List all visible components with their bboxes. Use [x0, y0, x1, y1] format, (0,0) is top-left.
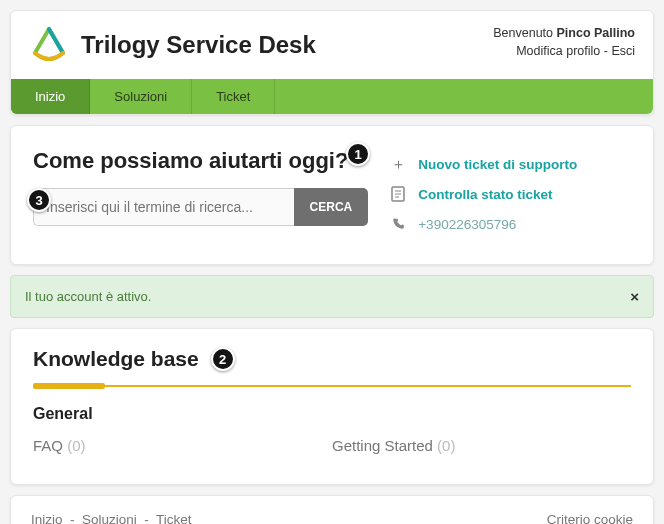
brand: Trilogy Service Desk: [29, 25, 316, 65]
nav-tickets[interactable]: Ticket: [192, 79, 275, 114]
kb-cat-label: Getting Started: [332, 437, 433, 454]
logo-icon: [29, 25, 69, 65]
brand-title: Trilogy Service Desk: [81, 31, 316, 59]
kb-divider: [33, 385, 631, 387]
footer-tickets-link[interactable]: Ticket: [156, 512, 192, 524]
document-icon: [388, 184, 408, 204]
footer-cookie-link[interactable]: Criterio cookie: [547, 512, 633, 524]
user-name: Pinco Pallino: [557, 26, 636, 40]
close-icon[interactable]: ×: [630, 288, 639, 305]
main-panel: Come possiamo aiutarti oggi? CERCA 1 3 ＋…: [10, 125, 654, 265]
status-banner: Il tuo account è attivo. ×: [10, 275, 654, 318]
phone-link[interactable]: +390226305796: [418, 217, 516, 232]
callout-2: 2: [211, 347, 235, 371]
kb-cat-count: (0): [67, 437, 85, 454]
header: Trilogy Service Desk Benvenuto Pinco Pal…: [10, 10, 654, 115]
phone-icon: [388, 214, 408, 234]
welcome-label: Benvenuto: [493, 26, 553, 40]
status-message: Il tuo account è attivo.: [25, 289, 151, 304]
edit-profile-link[interactable]: Modifica profilo: [516, 44, 600, 58]
footer-home-link[interactable]: Inizio: [31, 512, 63, 524]
check-status-link[interactable]: Controlla stato ticket: [418, 187, 552, 202]
kb-category-faq[interactable]: FAQ (0): [33, 437, 332, 454]
help-heading: Come possiamo aiutarti oggi?: [33, 148, 368, 174]
kb-section-general: General: [33, 405, 631, 423]
main-nav: Inizio Soluzioni Ticket: [11, 79, 653, 114]
logout-link[interactable]: Esci: [611, 44, 635, 58]
kb-title: Knowledge base: [33, 347, 199, 371]
nav-home[interactable]: Inizio: [11, 79, 90, 114]
footer: Inizio - Soluzioni - Ticket Criterio coo…: [10, 495, 654, 524]
search-button[interactable]: CERCA: [294, 188, 369, 226]
kb-category-getting-started[interactable]: Getting Started (0): [332, 437, 631, 454]
footer-solutions-link[interactable]: Soluzioni: [82, 512, 137, 524]
kb-cat-label: FAQ: [33, 437, 63, 454]
search-input[interactable]: [33, 188, 294, 226]
plus-icon: ＋: [388, 154, 408, 174]
kb-panel: Knowledge base 2 General FAQ (0) Getting…: [10, 328, 654, 485]
separator: -: [604, 44, 608, 58]
nav-solutions[interactable]: Soluzioni: [90, 79, 192, 114]
kb-cat-count: (0): [437, 437, 455, 454]
user-block: Benvenuto Pinco Pallino Modifica profilo…: [493, 25, 635, 60]
callout-3: 3: [27, 188, 51, 212]
new-ticket-link[interactable]: Nuovo ticket di supporto: [418, 157, 577, 172]
